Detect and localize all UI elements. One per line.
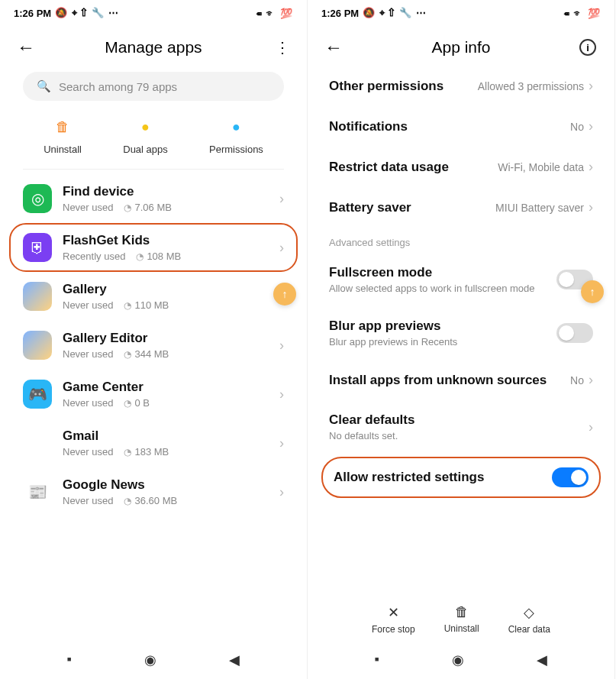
app-item-google-news[interactable]: 📰 Google News Never used 36.60 MB ›	[9, 467, 298, 516]
app-usage: Never used	[63, 202, 113, 213]
app-icon: ◎	[23, 184, 52, 213]
settings-list: Other permissions Allowed 3 permissions …	[308, 66, 614, 498]
page-title: App info	[343, 38, 579, 57]
chevron-right-icon: ›	[589, 199, 593, 215]
chevron-right-icon: ›	[589, 419, 593, 435]
setting-label: Battery saver	[329, 200, 411, 215]
app-usage: Never used	[63, 446, 113, 458]
app-item-gallery-editor[interactable]: Gallery Editor Never used 344 MB ›	[9, 321, 298, 370]
setting-value: Wi-Fi, Mobile data ›	[498, 159, 593, 175]
setting-fullscreen-mode[interactable]: Fullscreen modeAllow selected apps to wo…	[321, 253, 601, 306]
app-size: 108 MB	[136, 251, 181, 262]
app-item-gmail[interactable]: M Gmail Never used 183 MB ›	[9, 419, 298, 467]
setting-value: No ›	[570, 118, 593, 134]
setting-label: Clear defaults	[329, 412, 581, 428]
info-button[interactable]: i	[579, 39, 598, 56]
app-icon: M	[23, 428, 52, 458]
nav-recent[interactable]: ▪	[67, 652, 72, 668]
floating-badge[interactable]: ↑	[273, 283, 296, 306]
app-name: Gallery	[63, 282, 269, 297]
app-info: Gmail Never used 183 MB	[63, 428, 269, 458]
action-dual-apps[interactable]: ●Dual apps	[123, 116, 168, 155]
setting-value: MIUI Battery saver ›	[495, 199, 593, 215]
setting-label: Blur app previews	[329, 318, 549, 334]
toggle[interactable]	[552, 467, 589, 487]
app-meta: Never used 0 B	[63, 397, 269, 409]
page-title: Manage apps	[35, 38, 272, 57]
app-name: Google News	[63, 477, 269, 493]
status-icons-right: ⌫ ᯤ 💯	[256, 8, 293, 19]
status-time: 1:26 PM	[14, 8, 51, 19]
setting-other-permissions[interactable]: Other permissions Allowed 3 permissions …	[321, 66, 601, 106]
action-label: Uninstall	[44, 144, 82, 155]
chevron-right-icon: ›	[279, 338, 284, 354]
bottom-action-label: Force stop	[372, 624, 415, 635]
app-icon	[23, 331, 52, 360]
app-size: 36.60 MB	[124, 495, 177, 506]
bottom-action-uninstall[interactable]: 🗑Uninstall	[444, 604, 479, 635]
app-list: ◎ Find device Never used 7.06 MB ›⛨ Flas…	[0, 174, 307, 516]
app-usage: Recently used	[63, 251, 125, 262]
chevron-right-icon: ›	[589, 372, 593, 388]
setting-sub: No defaults set.	[329, 430, 581, 441]
setting-allow-restricted-settings[interactable]: Allow restricted settings	[321, 457, 601, 498]
back-button[interactable]: ←	[324, 37, 343, 58]
search-input[interactable]: 🔍 Search among 79 apps	[23, 72, 284, 101]
setting-install-apps-from-unknown-sources[interactable]: Install apps from unknown sourcesNo ›	[321, 360, 601, 400]
setting-clear-defaults[interactable]: Clear defaultsNo defaults set. ›	[321, 400, 601, 454]
bottom-action-force-stop[interactable]: ✕Force stop	[372, 604, 415, 635]
divider	[23, 169, 284, 170]
app-icon: 📰	[23, 477, 52, 506]
app-info: Gallery Editor Never used 344 MB	[63, 331, 269, 360]
status-icons-left: 🔕 ⌖ ⇧ 🔧 ⋯	[55, 7, 118, 19]
app-item-gallery[interactable]: Gallery Never used 110 MB ›	[9, 272, 298, 321]
app-info: FlashGet Kids Recently used 108 MB	[63, 233, 269, 262]
app-info-screen: 1:26 PM 🔕 ⌖ ⇧ 🔧 ⋯ ⌫ ᯤ 💯 ← App info i Oth…	[308, 0, 615, 679]
floating-badge[interactable]: ↑	[581, 280, 604, 303]
chevron-right-icon: ›	[589, 118, 593, 134]
action-permissions[interactable]: ●Permissions	[209, 116, 263, 155]
app-name: Gmail	[63, 428, 269, 444]
setting-notifications[interactable]: Notifications No ›	[321, 106, 601, 147]
setting-battery-saver[interactable]: Battery saver MIUI Battery saver ›	[321, 187, 601, 228]
app-size: 0 B	[124, 397, 150, 409]
app-item-game-center[interactable]: 🎮 Game Center Never used 0 B ›	[9, 370, 298, 419]
manage-apps-screen: 1:26 PM 🔕 ⌖ ⇧ 🔧 ⋯ ⌫ ᯤ 💯 ← Manage apps ⋮ …	[0, 0, 308, 679]
app-item-find-device[interactable]: ◎ Find device Never used 7.06 MB ›	[9, 174, 298, 223]
app-meta: Never used 7.06 MB	[63, 202, 269, 213]
setting-restrict-data-usage[interactable]: Restrict data usage Wi-Fi, Mobile data ›	[321, 147, 601, 187]
nav-recent[interactable]: ▪	[375, 652, 379, 668]
app-usage: Never used	[63, 495, 113, 506]
app-usage: Never used	[63, 397, 113, 409]
status-icons-left: 🔕 ⌖ ⇧ 🔧 ⋯	[363, 7, 426, 19]
app-icon	[23, 282, 52, 311]
app-meta: Recently used 108 MB	[63, 251, 269, 262]
back-button[interactable]: ←	[17, 37, 35, 58]
app-meta: Never used 183 MB	[63, 446, 269, 458]
status-bar: 1:26 PM 🔕 ⌖ ⇧ 🔧 ⋯ ⌫ ᯤ 💯	[308, 0, 614, 26]
setting-value: ›	[589, 419, 593, 435]
uninstall-icon: 🗑	[455, 604, 469, 620]
app-info: Gallery Never used 110 MB	[63, 282, 269, 311]
nav-back[interactable]: ◀	[229, 652, 240, 668]
app-item-flashget-kids[interactable]: ⛨ FlashGet Kids Recently used 108 MB ›	[9, 223, 298, 272]
setting-value: No ›	[570, 372, 593, 388]
app-size: 7.06 MB	[124, 202, 171, 213]
app-meta: Never used 110 MB	[63, 299, 269, 311]
dual apps-icon: ●	[135, 116, 156, 137]
header: ← Manage apps ⋮	[0, 26, 307, 66]
setting-blur-app-previews[interactable]: Blur app previewsBlur app previews in Re…	[321, 306, 601, 360]
app-name: Game Center	[63, 380, 269, 395]
app-meta: Never used 344 MB	[63, 348, 269, 360]
toggle[interactable]	[556, 323, 593, 343]
nav-back[interactable]: ◀	[537, 652, 547, 668]
nav-home[interactable]: ◉	[452, 652, 464, 668]
search-placeholder: Search among 79 apps	[59, 80, 177, 93]
nav-home[interactable]: ◉	[144, 652, 156, 668]
overflow-menu[interactable]: ⋮	[272, 38, 290, 57]
status-icons-right: ⌫ ᯤ 💯	[564, 8, 601, 19]
bottom-actions: ✕Force stop🗑Uninstall◇Clear data	[308, 597, 614, 642]
setting-label: Fullscreen mode	[329, 265, 549, 280]
action-uninstall[interactable]: 🗑Uninstall	[44, 116, 82, 155]
bottom-action-clear-data[interactable]: ◇Clear data	[508, 604, 550, 635]
